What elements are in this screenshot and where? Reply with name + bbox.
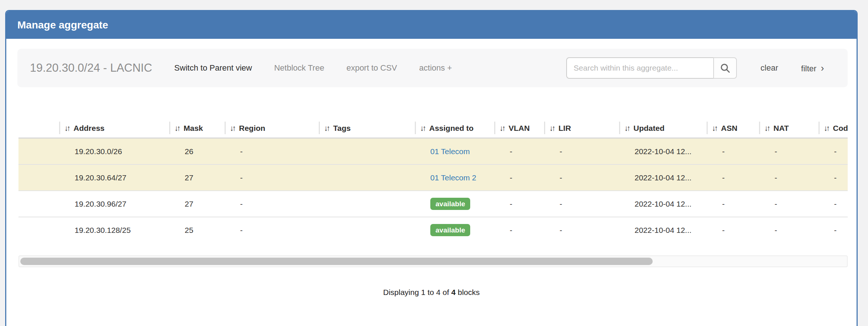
sort-icon: ↓↑ <box>174 124 179 132</box>
displaying-status: Displaying 1 to 4 of 4 blocks <box>6 288 857 297</box>
cell-lir: - <box>544 217 619 243</box>
cell-address: 19.20.30.128/25 <box>59 217 169 243</box>
cell-tags <box>319 217 415 243</box>
table-row: 19.20.30.64/27 27 - 01 Telecom 2 - - 202… <box>18 164 848 191</box>
clear-link[interactable]: clear <box>761 63 778 73</box>
cell-assigned: 01 Telecom 2 <box>415 164 494 191</box>
cell-updated: 2022-10-04 12... <box>619 191 707 217</box>
cell-lir: - <box>544 164 619 191</box>
sort-icon: ↓↑ <box>549 124 554 132</box>
sort-icon: ↓↑ <box>712 124 717 132</box>
column-header-lir[interactable]: ↓↑LIR <box>544 119 619 138</box>
cell-region: - <box>225 217 319 243</box>
sort-icon: ↓↑ <box>764 124 769 132</box>
cell-nat: - <box>759 191 819 217</box>
cell-assigned: available <box>415 217 494 243</box>
cell-code: - <box>819 138 848 165</box>
cell-address: 19.20.30.64/27 <box>59 164 169 191</box>
cell-nat: - <box>759 164 819 191</box>
sort-icon: ↓↑ <box>324 124 329 132</box>
export-csv-link[interactable]: export to CSV <box>346 63 397 73</box>
sort-icon: ↓↑ <box>624 124 629 132</box>
column-header-region[interactable]: ↓↑Region <box>225 119 319 138</box>
netblock-table-wrap: ↓↑Address↓↑Mask↓↑Region↓↑Tags↓↑Assigned … <box>18 119 848 243</box>
column-header-assigned[interactable]: ↓↑Assigned to <box>415 119 494 138</box>
sort-icon: ↓↑ <box>420 124 425 132</box>
cell-mask: 25 <box>169 217 225 243</box>
column-header-asn[interactable]: ↓↑ASN <box>707 119 759 138</box>
column-header-blank <box>18 119 59 138</box>
manage-aggregate-panel: Manage aggregate 19.20.30.0/24 - LACNIC … <box>5 10 858 326</box>
screen: Manage aggregate 19.20.30.0/24 - LACNIC … <box>0 0 868 326</box>
cell-tags <box>319 164 415 191</box>
cell-code: - <box>819 217 848 243</box>
column-header-tags[interactable]: ↓↑Tags <box>319 119 415 138</box>
available-status-badge: available <box>430 198 470 210</box>
toolbar: 19.20.30.0/24 - LACNIC Switch to Parent … <box>17 49 848 87</box>
cell-code: - <box>819 191 848 217</box>
cell-region: - <box>225 164 319 191</box>
search-group <box>566 57 737 79</box>
cell-mask: 26 <box>169 138 225 165</box>
total-blocks-count: 4 <box>451 288 456 296</box>
chevron-right-icon: › <box>821 62 824 74</box>
cell-address: 19.20.30.0/26 <box>59 138 169 165</box>
column-header-code[interactable]: ↓↑Code <box>819 119 848 138</box>
column-header-updated[interactable]: ↓↑Updated <box>619 119 707 138</box>
cell-region: - <box>225 191 319 217</box>
cell-updated: 2022-10-04 12... <box>619 138 707 165</box>
netblock-table: ↓↑Address↓↑Mask↓↑Region↓↑Tags↓↑Assigned … <box>18 119 848 243</box>
table-row: 19.20.30.128/25 25 - available - - 2022-… <box>18 217 848 243</box>
actions-menu[interactable]: actions + <box>419 63 452 73</box>
cell-vlan: - <box>494 191 544 217</box>
header-row: ↓↑Address↓↑Mask↓↑Region↓↑Tags↓↑Assigned … <box>18 119 848 138</box>
table-row: 19.20.30.0/26 26 - 01 Telecom - - 2022-1… <box>18 138 848 165</box>
cell-asn: - <box>707 164 759 191</box>
cell-vlan: - <box>494 138 544 165</box>
available-status-badge: available <box>430 224 470 236</box>
sort-icon: ↓↑ <box>230 124 235 132</box>
cell-vlan: - <box>494 217 544 243</box>
column-header-address[interactable]: ↓↑Address <box>59 119 169 138</box>
cell-asn: - <box>707 191 759 217</box>
cell-vlan: - <box>494 164 544 191</box>
cell-code: - <box>819 164 848 191</box>
search-icon <box>720 62 731 74</box>
cell-updated: 2022-10-04 12... <box>619 164 707 191</box>
cell-updated: 2022-10-04 12... <box>619 217 707 243</box>
cell-nat: - <box>759 217 819 243</box>
sort-icon: ↓↑ <box>64 124 69 132</box>
cell-tags <box>319 138 415 165</box>
assigned-to-link[interactable]: 01 Telecom 2 <box>430 173 476 182</box>
search-input[interactable] <box>566 57 714 79</box>
filter-link[interactable]: filter› <box>801 62 824 74</box>
cell-nat: - <box>759 138 819 165</box>
cell-blank <box>18 164 59 191</box>
cell-tags <box>319 191 415 217</box>
table-row: 19.20.30.96/27 27 - available - - 2022-1… <box>18 191 848 217</box>
sort-icon: ↓↑ <box>499 124 504 132</box>
switch-parent-view-link[interactable]: Switch to Parent view <box>174 63 252 73</box>
column-header-mask[interactable]: ↓↑Mask <box>169 119 225 138</box>
cell-asn: - <box>707 138 759 165</box>
cell-assigned: 01 Telecom <box>415 138 494 165</box>
sort-icon: ↓↑ <box>824 124 828 132</box>
horizontal-scrollbar-thumb[interactable] <box>20 258 653 265</box>
horizontal-scrollbar-track[interactable] <box>18 255 848 267</box>
table-body: 19.20.30.0/26 26 - 01 Telecom - - 2022-1… <box>18 138 848 243</box>
netblock-tree-link[interactable]: Netblock Tree <box>274 63 324 73</box>
column-header-nat[interactable]: ↓↑NAT <box>759 119 819 138</box>
cell-lir: - <box>544 191 619 217</box>
cell-blank <box>18 191 59 217</box>
panel-title: Manage aggregate <box>6 11 857 39</box>
assigned-to-link[interactable]: 01 Telecom <box>430 147 470 156</box>
cell-mask: 27 <box>169 191 225 217</box>
column-header-vlan[interactable]: ↓↑VLAN <box>494 119 544 138</box>
search-button[interactable] <box>713 57 737 79</box>
cell-mask: 27 <box>169 164 225 191</box>
cell-blank <box>18 217 59 243</box>
cell-lir: - <box>544 138 619 165</box>
aggregate-title: 19.20.30.0/24 - LACNIC <box>30 61 152 75</box>
cell-region: - <box>225 138 319 165</box>
cell-asn: - <box>707 217 759 243</box>
